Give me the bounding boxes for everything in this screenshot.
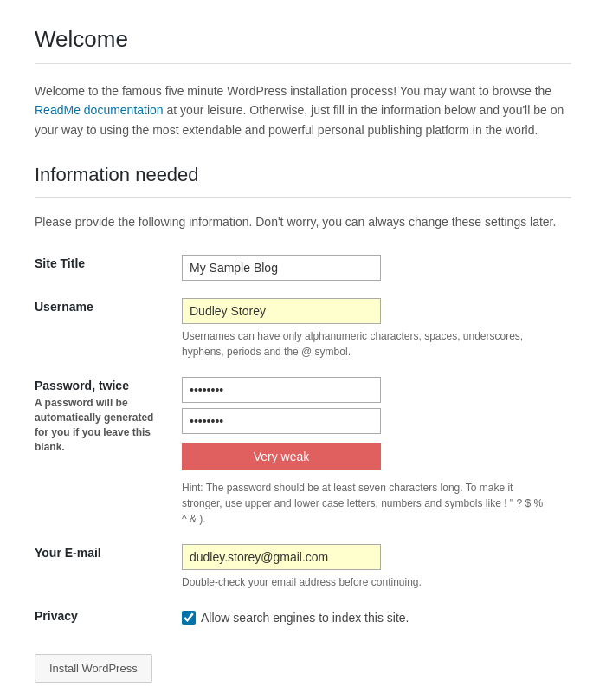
- password-field-block: Very weak Hint: The password should be a…: [182, 377, 571, 527]
- install-wordpress-button[interactable]: Install WordPress: [35, 654, 152, 683]
- readme-link[interactable]: ReadMe documentation: [35, 103, 164, 117]
- password-cell: Very weak Hint: The password should be a…: [173, 368, 571, 535]
- username-cell: Usernames can have only alphanumeric cha…: [173, 289, 571, 368]
- privacy-checkbox[interactable]: [182, 611, 196, 625]
- password-row: Password, twice A password will be autom…: [35, 368, 571, 535]
- welcome-divider: [35, 63, 571, 64]
- email-input[interactable]: [182, 544, 381, 570]
- welcome-title: Welcome: [35, 26, 571, 53]
- username-field-block: Usernames can have only alphanumeric cha…: [182, 298, 571, 360]
- privacy-row: Privacy Allow search engines to index th…: [35, 599, 571, 633]
- form-table: Site Title Username Usernames can have o…: [35, 246, 571, 633]
- password-label-block: Password, twice A password will be autom…: [35, 379, 173, 454]
- site-title-cell: [173, 246, 571, 289]
- site-title-label: Site Title: [35, 246, 173, 289]
- username-input[interactable]: [182, 298, 381, 324]
- email-field-block: Double-check your email address before c…: [182, 544, 571, 590]
- password-label: Password, twice: [35, 379, 173, 392]
- username-label: Username: [35, 289, 173, 368]
- intro-text-before: Welcome to the famous five minute WordPr…: [35, 84, 551, 98]
- password-strength-hint: Hint: The password should be at least se…: [182, 480, 545, 527]
- password-label-cell: Password, twice A password will be autom…: [35, 368, 173, 535]
- password-strength-bar: Very weak: [182, 443, 381, 470]
- email-label: Your E-mail: [35, 535, 173, 599]
- privacy-cell: Allow search engines to index this site.: [173, 599, 571, 633]
- site-title-row: Site Title: [35, 246, 571, 289]
- privacy-label: Privacy: [35, 599, 173, 633]
- privacy-check-text: Allow search engines to index this site.: [201, 611, 409, 625]
- password-auto-hint: A password will be automatically generat…: [35, 396, 156, 454]
- username-row: Username Usernames can have only alphanu…: [35, 289, 571, 368]
- email-hint: Double-check your email address before c…: [182, 574, 545, 590]
- welcome-intro: Welcome to the famous five minute WordPr…: [35, 81, 571, 139]
- info-divider: [35, 197, 571, 198]
- info-title: Information needed: [35, 164, 571, 186]
- password-input-1[interactable]: [182, 377, 381, 403]
- username-hint: Usernames can have only alphanumeric cha…: [182, 328, 545, 360]
- privacy-check-label[interactable]: Allow search engines to index this site.: [182, 611, 571, 625]
- email-row: Your E-mail Double-check your email addr…: [35, 535, 571, 599]
- email-cell: Double-check your email address before c…: [173, 535, 571, 599]
- password-input-2[interactable]: [182, 408, 381, 434]
- info-subtitle: Please provide the following information…: [35, 215, 571, 229]
- site-title-input[interactable]: [182, 255, 381, 281]
